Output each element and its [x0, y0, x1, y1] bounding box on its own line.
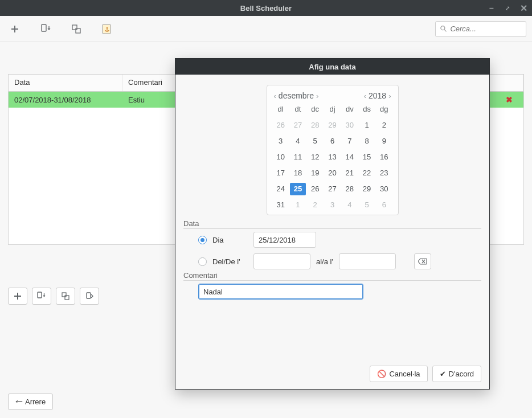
single-date-input[interactable]	[253, 232, 316, 248]
calendar-day[interactable]: 25	[290, 183, 306, 195]
device-down-small-icon[interactable]	[32, 288, 51, 305]
calendar-day[interactable]: 22	[359, 167, 375, 179]
backspace-icon	[418, 258, 427, 265]
svg-rect-1	[72, 25, 77, 30]
next-month-icon[interactable]: ›	[315, 92, 320, 100]
search-input[interactable]	[450, 24, 521, 33]
year-label[interactable]: 2018	[369, 91, 386, 100]
calendar-day[interactable]: 31	[273, 199, 289, 211]
calendar-day[interactable]: 24	[273, 183, 289, 195]
svg-point-5	[441, 26, 445, 30]
calendar-day[interactable]: 23	[376, 167, 392, 179]
top-toolbar	[0, 16, 532, 42]
dow-label: ds	[359, 105, 375, 116]
calendar-day[interactable]: 5	[307, 135, 323, 147]
range-to-input[interactable]	[339, 253, 396, 269]
radio-range[interactable]	[198, 257, 207, 266]
calendar-day[interactable]: 9	[376, 135, 392, 147]
prev-year-icon[interactable]: ‹	[363, 92, 367, 100]
touch-icon[interactable]	[98, 20, 116, 38]
back-label: Arrere	[25, 397, 46, 406]
calendar-day[interactable]: 16	[376, 151, 392, 163]
add-button[interactable]	[6, 20, 24, 38]
calendar-day[interactable]: 29	[359, 183, 375, 195]
calendar-day[interactable]: 30	[342, 119, 358, 132]
swap-icon[interactable]	[67, 20, 85, 38]
range-mid-label: al/a l'	[316, 257, 333, 266]
close-icon[interactable]: ✕	[518, 3, 529, 14]
calendar-day[interactable]: 10	[273, 151, 289, 163]
calendar-day[interactable]: 21	[342, 167, 358, 179]
next-year-icon[interactable]: ›	[387, 92, 392, 100]
calendar-day[interactable]: 27	[324, 183, 340, 195]
calendar-day[interactable]: 18	[290, 167, 306, 179]
comment-legend: Comentari	[183, 271, 221, 280]
calendar-day[interactable]: 15	[359, 151, 375, 163]
dow-label: dl	[273, 105, 289, 116]
dow-label: dc	[307, 105, 323, 116]
calendar-day[interactable]: 14	[342, 151, 358, 163]
calendar-day[interactable]: 1	[359, 119, 375, 132]
svg-rect-3	[103, 24, 111, 34]
cancel-label: Cancel·la	[389, 370, 420, 378]
dow-label: dj	[324, 105, 340, 116]
back-button[interactable]: 🡐 Arrere	[8, 394, 53, 410]
window-titlebar: Bell Scheduler – ⤢ ✕	[0, 0, 532, 16]
range-from-input[interactable]	[253, 253, 310, 269]
cancel-icon: 🚫	[377, 370, 386, 378]
delete-row-icon[interactable]: ✖	[495, 95, 523, 104]
calendar-day[interactable]: 19	[307, 167, 323, 179]
calendar-day[interactable]: 7	[342, 135, 358, 147]
svg-rect-6	[38, 292, 42, 298]
svg-point-4	[107, 27, 108, 28]
calendar-day[interactable]: 1	[290, 199, 306, 211]
window-title: Bell Scheduler	[240, 4, 292, 13]
calendar-day[interactable]: 6	[376, 199, 392, 211]
calendar-day[interactable]: 28	[342, 183, 358, 195]
device-down-icon[interactable]	[36, 20, 55, 38]
calendar-day[interactable]: 3	[273, 135, 289, 147]
calendar-day[interactable]: 12	[307, 151, 323, 163]
column-header-data[interactable]: Data	[9, 75, 122, 91]
cancel-button[interactable]: 🚫 Cancel·la	[370, 366, 427, 382]
swap-small-icon[interactable]	[56, 288, 75, 305]
calendar-day[interactable]: 17	[273, 167, 289, 179]
calendar-day[interactable]: 5	[359, 199, 375, 211]
calendar-day[interactable]: 28	[307, 119, 323, 132]
calendar-day[interactable]: 27	[290, 119, 306, 132]
dow-label: dt	[290, 105, 306, 116]
calendar-day[interactable]: 4	[342, 199, 358, 211]
calendar-day[interactable]: 3	[324, 199, 340, 211]
cell-data: 02/07/2018-31/08/2018	[9, 96, 122, 104]
add-small-button[interactable]	[8, 288, 27, 305]
prev-month-icon[interactable]: ‹	[273, 92, 277, 100]
calendar-day[interactable]: 4	[290, 135, 306, 147]
radio-single-day[interactable]	[198, 236, 207, 244]
calendar-day[interactable]: 8	[359, 135, 375, 147]
svg-rect-2	[76, 28, 80, 33]
maximize-icon[interactable]: ⤢	[502, 5, 513, 11]
ok-label: D'acord	[449, 370, 474, 378]
minimize-icon[interactable]: –	[486, 3, 497, 13]
calendar-day[interactable]: 29	[324, 119, 340, 132]
calendar-day[interactable]: 26	[273, 119, 289, 132]
radio-single-day-label: Dia	[212, 236, 248, 244]
ok-button[interactable]: ✔ D'acord	[432, 366, 481, 382]
svg-rect-8	[65, 296, 69, 300]
calendar-day[interactable]: 26	[307, 183, 323, 195]
search-box[interactable]	[435, 21, 526, 37]
dialog-title: Afig una data	[175, 59, 489, 75]
calendar-day[interactable]: 2	[376, 119, 392, 132]
ok-icon: ✔	[440, 370, 446, 378]
calendar: ‹ desembre › ‹ 2018 › dldtdcdjdvdsdg2627…	[267, 85, 399, 215]
calendar-day[interactable]: 20	[324, 167, 340, 179]
clear-range-button[interactable]	[414, 253, 431, 269]
calendar-day[interactable]: 13	[324, 151, 340, 163]
calendar-day[interactable]: 6	[324, 135, 340, 147]
month-label[interactable]: desembre	[279, 91, 314, 100]
comment-input[interactable]	[198, 284, 363, 300]
export-small-icon[interactable]	[80, 288, 99, 305]
calendar-day[interactable]: 30	[376, 183, 392, 195]
calendar-day[interactable]: 11	[290, 151, 306, 163]
calendar-day[interactable]: 2	[307, 199, 323, 211]
